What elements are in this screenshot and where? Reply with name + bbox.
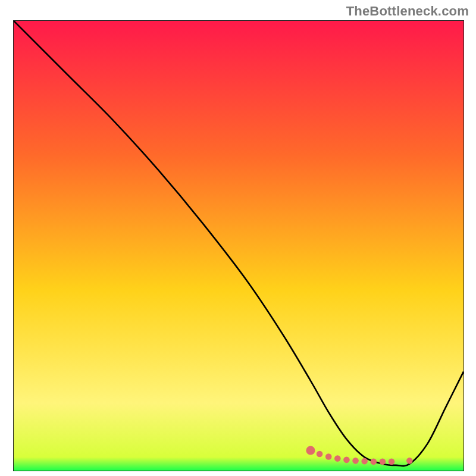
highlight-marker (361, 458, 368, 465)
highlight-marker (389, 459, 395, 465)
highlight-marker (306, 446, 315, 455)
plot-svg (14, 21, 464, 471)
highlight-marker (352, 458, 359, 464)
highlight-marker (380, 459, 386, 465)
plot-area (13, 20, 464, 471)
highlight-marker (317, 451, 323, 458)
highlight-marker (343, 457, 350, 464)
highlight-marker (406, 458, 413, 464)
highlight-marker (334, 455, 341, 462)
chart-stage: TheBottleneck.com (0, 0, 476, 476)
highlight-marker (325, 453, 332, 460)
watermark-text: TheBottleneck.com (346, 4, 469, 19)
highlight-marker (371, 459, 377, 465)
